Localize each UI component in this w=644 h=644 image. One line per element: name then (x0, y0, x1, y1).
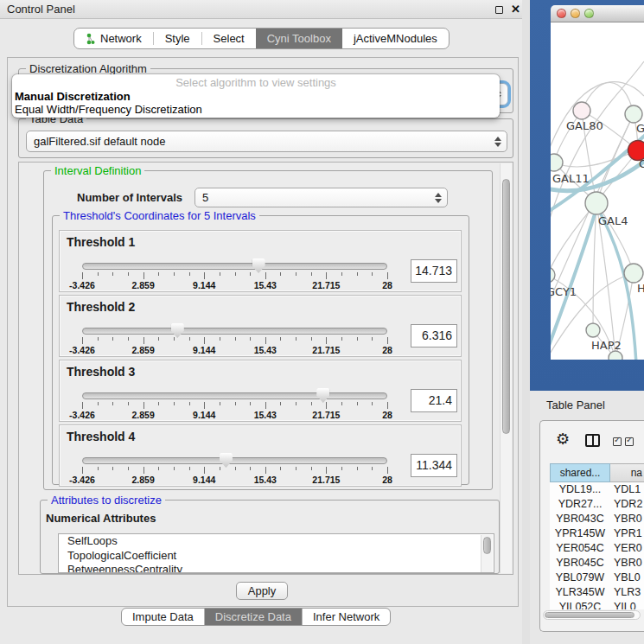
table-row[interactable]: YIL052CYIL0 (550, 600, 644, 609)
panel-splitter[interactable] (522, 0, 530, 644)
tab-style[interactable]: Style (154, 29, 201, 48)
control-panel-tabbar: Network Style Select Cyni Toolbox jActiv… (73, 28, 450, 49)
table-panel-title: Table Panel (546, 399, 605, 411)
list-item[interactable]: BetweennessCentrality (59, 563, 494, 573)
network-icon (86, 33, 96, 45)
number-of-intervals-combobox[interactable]: 5 (194, 188, 448, 207)
minimize-traffic-light-icon[interactable] (571, 9, 580, 18)
threshold-4-value-field[interactable]: 11.344 (411, 454, 457, 477)
cyni-bottom-tabs: Impute Data Discretize Data Infer Networ… (121, 608, 391, 626)
zoom-traffic-light-icon[interactable] (584, 9, 594, 18)
threshold-1-value-field[interactable]: 14.713 (411, 259, 457, 283)
float-window-icon[interactable] (495, 6, 503, 14)
number-of-intervals-label: Number of Intervals (77, 191, 182, 204)
combo-stepper-icon (435, 192, 442, 204)
table-row[interactable]: YLR345WYLR3 (550, 585, 644, 600)
table-horizontal-scrollbar[interactable] (543, 610, 641, 620)
thresholds-group-label: Threshold's Coordinates for 5 Intervals (60, 209, 259, 222)
threshold-2-panel: Threshold 2 -3.4262.8599.14415.4321.7152… (59, 295, 462, 357)
threshold-2-slider-thumb[interactable] (171, 323, 184, 338)
interval-definition-group: Interval Definition Number of Intervals … (43, 170, 493, 490)
tab-jactivemnodules[interactable]: jActiveMNodules (342, 29, 449, 48)
table-row[interactable]: YER054CYER0 (550, 541, 644, 556)
node-gcy1[interactable] (551, 267, 555, 283)
column-header-shared-name[interactable]: shared... (550, 463, 610, 482)
node-label: C (639, 157, 644, 170)
attributes-group: Attributes to discretize Numerical Attri… (40, 500, 500, 574)
node-gal11[interactable] (551, 154, 563, 171)
discretization-algorithm-label: Discretization Algorithm (26, 62, 150, 75)
tab-infer-network[interactable]: Infer Network (302, 609, 390, 625)
threshold-1-label: Threshold 1 (67, 235, 135, 249)
threshold-1-slider[interactable] (82, 263, 387, 270)
node-top-right[interactable] (625, 105, 642, 123)
checkbox-icon[interactable] (613, 437, 622, 446)
node-h[interactable] (624, 264, 643, 283)
algorithm-dropdown-popup: Select algorithm to view settings Manual… (12, 74, 500, 118)
threshold-4-tick-labels: -3.4262.8599.14415.4321.71528 (82, 475, 387, 485)
list-item[interactable]: SelfLoops (59, 534, 494, 549)
table-row[interactable]: YDR27...YDR2 (550, 497, 644, 512)
table-header-row: shared... na (550, 463, 644, 482)
tab-network[interactable]: Network (74, 29, 153, 48)
network-canvas[interactable]: GAL80 GA GAL11 C GAL4 GCY1 H HAP2 (551, 22, 644, 360)
settings-scroll-panel: Interval Definition Number of Intervals … (18, 162, 513, 575)
control-panel-title: Control Panel (7, 3, 75, 16)
table-row[interactable]: YBR045CYBR0 (550, 556, 644, 571)
threshold-4-slider-thumb[interactable] (220, 453, 233, 468)
tab-cyni-toolbox[interactable]: Cyni Toolbox (256, 29, 342, 48)
algorithm-option-manual[interactable]: Manual Discretization (12, 90, 500, 103)
settings-panel-scrollbar[interactable] (500, 163, 512, 573)
table-row[interactable]: YBL079WYBL0 (550, 571, 644, 585)
combo-stepper-icon (494, 136, 501, 148)
node-hap2[interactable] (586, 323, 600, 337)
close-icon[interactable]: ✕ (511, 5, 520, 14)
node-bottom[interactable] (609, 351, 622, 360)
algorithm-placeholder-option: Select algorithm to view settings (12, 76, 500, 90)
table-row[interactable]: YDL19...YDL1 (550, 482, 644, 497)
network-graph: GAL80 GA GAL11 C GAL4 GCY1 H HAP2 (551, 22, 644, 360)
checkbox-icon[interactable] (625, 437, 634, 446)
table-row[interactable]: YBR043CYBR0 (550, 512, 644, 526)
network-nodes (551, 102, 644, 360)
column-header-name[interactable]: na (610, 463, 644, 482)
threshold-2-value-field[interactable]: 6.316 (411, 324, 457, 348)
threshold-4-slider[interactable] (82, 457, 387, 464)
table-row[interactable]: YPR145WYPR1 (550, 526, 644, 541)
threshold-4-label: Threshold 4 (67, 430, 135, 443)
screen: Control Panel ✕ Network Style Select Cyn… (0, 0, 644, 644)
threshold-3-ticks (82, 402, 387, 410)
apply-button[interactable]: Apply (236, 582, 288, 600)
node-label: H (637, 282, 644, 295)
threshold-3-value-field[interactable]: 21.4 (411, 389, 457, 412)
node-label: GAL4 (598, 214, 628, 227)
threshold-3-panel: Threshold 3 -3.4262.8599.14415.4321.7152… (59, 360, 462, 422)
table-data-group: Table Data galFiltered.sif default node (18, 118, 513, 158)
threshold-2-slider[interactable] (82, 328, 387, 335)
attributes-list-scrollbar[interactable] (481, 535, 493, 573)
node-gal4[interactable] (585, 192, 608, 214)
threshold-3-slider[interactable] (82, 392, 387, 399)
algorithm-option-equal-width[interactable]: Equal Width/Frequency Discretization (12, 103, 500, 116)
node-gal80[interactable] (573, 102, 590, 119)
list-item[interactable]: TopologicalCoefficient (59, 549, 494, 564)
columns-icon[interactable] (585, 434, 600, 447)
table-panel-box: ⚙ shared... na YDL19...YDL1 YDR27...YDR2… (539, 420, 644, 632)
cyni-toolbox-panel: Discretization Algorithm Select algorith… (7, 57, 519, 607)
close-traffic-light-icon[interactable] (557, 9, 566, 18)
interval-definition-label: Interval Definition (51, 164, 144, 177)
node-label: HAP2 (591, 339, 622, 352)
threshold-1-panel: Threshold 1 -3.4262.8599.14415.4321.7152… (59, 230, 462, 292)
node-label: GA (636, 122, 644, 135)
network-window-titlebar (551, 5, 644, 22)
tab-select[interactable]: Select (202, 29, 256, 48)
threshold-2-ticks (82, 337, 387, 345)
tab-discretize-data[interactable]: Discretize Data (204, 609, 302, 625)
table-data-combobox[interactable]: galFiltered.sif default node (26, 131, 507, 152)
threshold-3-slider-thumb[interactable] (316, 388, 329, 403)
threshold-1-slider-thumb[interactable] (252, 258, 265, 273)
node-label: GAL80 (566, 119, 603, 132)
threshold-4-ticks (82, 467, 387, 475)
gear-icon[interactable]: ⚙ (556, 431, 570, 447)
tab-impute-data[interactable]: Impute Data (122, 609, 204, 625)
